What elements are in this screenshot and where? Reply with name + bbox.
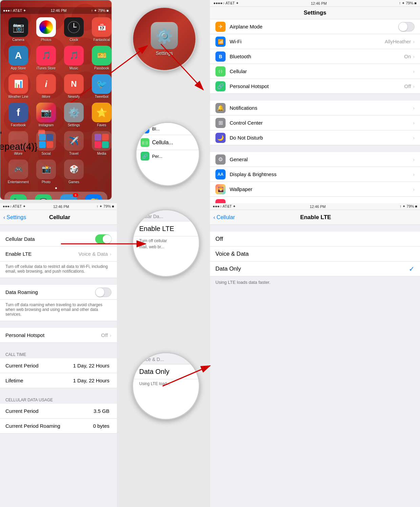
app-instagram[interactable]: 📷 Instagram — [34, 103, 58, 127]
app-fantastical[interactable]: 📅 Fantastical — [90, 17, 112, 42]
settings-row-hotspot[interactable]: 🔗 Personal Hotspot Off › — [210, 79, 420, 94]
app-passbook[interactable]: 🎫 Passbook — [90, 46, 112, 70]
cellular-zoom-circle: B Bl... ((·)) Cellula... 🔗 Per... — [135, 122, 200, 186]
settings-row-cellular[interactable]: (·) Cellular › — [210, 64, 420, 79]
hotspot-chevron: › — [413, 84, 415, 89]
folder-media[interactable]: Media — [90, 131, 112, 155]
lte-back-btn[interactable]: ‹ Cellular — [213, 214, 235, 220]
cellular-sep-3 — [0, 321, 117, 328]
settings-row-airplane[interactable]: ✈ Airplane Mode — [210, 19, 420, 34]
lte-option-data-only[interactable]: Data Only ✓ — [210, 261, 420, 276]
wifi-chevron: › — [413, 39, 415, 44]
page-indicator — [0, 187, 111, 189]
settings-row-general[interactable]: ⚙ General › — [210, 152, 420, 167]
controlcenter-chevron: › — [413, 120, 415, 126]
settings-panel: ●●●●○ AT&T ✦ 12:46 PM ↑ ✦ 79% ■ Settings… — [210, 0, 420, 200]
time: 12:46 PM — [50, 8, 66, 13]
enable-lte-label: Enable LTE — [5, 251, 79, 257]
current-period-label: Current Period — [5, 363, 73, 368]
app-itunes[interactable]: 🎵 iTunes Store — [34, 46, 58, 70]
settings-title: Settings — [210, 7, 420, 19]
app-clock[interactable]: Clock — [62, 17, 86, 42]
zoom-voice-d: Voice & D... — [133, 353, 199, 364]
current-period-value: 1 Day, 22 Hours — [73, 363, 109, 368]
app-newsify[interactable]: N Newsify — [62, 74, 86, 99]
folder-travel[interactable]: ✈️ Travel — [62, 131, 86, 155]
data-roaming-toggle[interactable] — [95, 288, 111, 297]
settings-row-display[interactable]: AA Display & Brightness › — [210, 167, 420, 182]
dock-safari[interactable]: 🧭 Safari — [85, 194, 102, 200]
status-bar: ●●●○ AT&T ✦ 12:46 PM ↑ ✦ 79% ■ — [0, 7, 111, 14]
settings-row-donotdisturb[interactable]: 🌙 Do Not Disturb › — [210, 130, 420, 145]
folder-imore[interactable]: ${''.repeat(4)} iMore — [6, 131, 30, 155]
zoom-cellular-da: ellular Da... — [133, 210, 199, 221]
wifi-value: AllyHeather — [385, 39, 411, 44]
lifetime-label: Lifetime — [5, 378, 73, 383]
zoom-hotspot-row: 🔗 Per... — [136, 150, 199, 162]
settings-row-bluetooth[interactable]: B Bluetooth On › — [210, 49, 420, 64]
cellular-zoom-content: B Bl... ((·)) Cellula... 🔗 Per... — [136, 123, 199, 162]
data-only-zoom-container: Voice & D... Data Only Using LTE load... — [132, 352, 200, 420]
lte-option-off[interactable]: Off — [210, 232, 420, 247]
app-photos[interactable]: Photos — [34, 17, 58, 42]
lte-nav: ‹ Cellular Enable LTE — [210, 210, 420, 225]
cellular-sep-4 — [0, 343, 117, 350]
enable-lte-value: Voice & Data — [79, 251, 108, 257]
cellular-back-btn[interactable]: ‹ Settings — [3, 214, 26, 220]
current-period-roaming-row: Current Period Roaming 0 bytes — [0, 419, 117, 434]
lte-back-label: Cellular — [216, 214, 235, 220]
folder-entertainment[interactable]: 🎮 Entertainment — [6, 160, 30, 184]
settings-row-wallpaper[interactable]: 🌄 Wallpaper › — [210, 182, 420, 197]
app-imore[interactable]: i iMore — [34, 74, 58, 99]
svg-point-5 — [74, 27, 75, 28]
data-roaming-desc: Turn off data roaming when traveling to … — [0, 300, 117, 321]
donotdisturb-label: Do Not Disturb — [230, 135, 413, 141]
app-camera[interactable]: 📷 Camera — [6, 17, 30, 42]
app-appstore[interactable]: A App Store — [6, 46, 30, 70]
data-roaming-row[interactable]: Data Roaming — [0, 285, 117, 300]
notifications-icon: 🔔 — [215, 103, 226, 113]
settings-row-controlcenter[interactable]: ⊞ Control Center › — [210, 115, 420, 130]
app-faves[interactable]: ⭐ Faves — [90, 103, 112, 127]
folder-games[interactable]: 🎲 Games — [62, 160, 86, 184]
cellular-data-toggle[interactable] — [95, 234, 111, 244]
settings-row-notifications[interactable]: 🔔 Notifications › — [210, 101, 420, 115]
airplane-label: Airplane Mode — [230, 24, 398, 29]
cellular-hotspot-label: Personal Hotspot — [5, 332, 101, 338]
lifetime-row: Lifetime 1 Day, 22 Hours — [0, 373, 117, 388]
app-tweetbot[interactable]: 🐦 Tweetbot — [90, 74, 112, 99]
cellular-data-row[interactable]: Cellular Data — [0, 232, 117, 247]
dock-mail[interactable]: ✉️ 8 Mail — [60, 194, 77, 200]
zoom-using-lte: Using LTE load... — [133, 379, 199, 387]
cellular-title: Cellular — [26, 214, 93, 221]
folder-photo[interactable]: 📸 Photo — [34, 160, 58, 184]
dock-messages[interactable]: 💬 Messages — [35, 194, 52, 200]
lte-desc: Using LTE loads data faster. — [210, 276, 420, 288]
app-facebook[interactable]: f Facebook — [6, 103, 30, 127]
dock-phone[interactable]: 📞 Phone — [10, 194, 27, 200]
lte-option-voice-data[interactable]: Voice & Data — [210, 247, 420, 261]
bluetooth-chevron: › — [413, 54, 415, 59]
data-only-zoom-circle: Voice & D... Data Only Using LTE load... — [132, 352, 200, 420]
app-weatherline[interactable]: 📊 Weather Line — [6, 74, 30, 99]
settings-row-wifi[interactable]: 📶 Wi-Fi AllyHeather › — [210, 34, 420, 49]
display-icon: AA — [215, 169, 226, 179]
cellular-hotspot-row[interactable]: Personal Hotspot Off › — [0, 328, 117, 343]
enable-lte-row[interactable]: Enable LTE Voice & Data › — [0, 247, 117, 261]
current-period-roaming-label: Current Period Roaming — [5, 423, 93, 429]
settings-app-icon: ⚙️ — [151, 22, 178, 49]
cellular-hotspot-value: Off — [101, 332, 108, 338]
airplane-toggle[interactable] — [398, 22, 415, 31]
zoom-bt-row: B Bl... — [136, 123, 199, 135]
cellular-zoom-crop: B Bl... ((·)) Cellula... 🔗 Per... — [135, 122, 200, 186]
display-label: Display & Brightness — [230, 171, 413, 177]
cellular-data-label: Cellular Data — [5, 236, 95, 242]
app-music[interactable]: 🎵 Music — [62, 46, 86, 70]
zoom-hotspot-icon: 🔗 — [141, 152, 149, 161]
carrier: ●●●○ AT&T ✦ — [3, 8, 26, 13]
app-grid: 📷 Camera Photos — [0, 14, 111, 187]
data-roaming-label: Data Roaming — [5, 289, 95, 295]
zoom-bt-icon: B — [141, 125, 149, 133]
airplane-icon: ✈ — [215, 22, 226, 32]
app-settings[interactable]: ⚙️ Settings — [62, 103, 86, 127]
